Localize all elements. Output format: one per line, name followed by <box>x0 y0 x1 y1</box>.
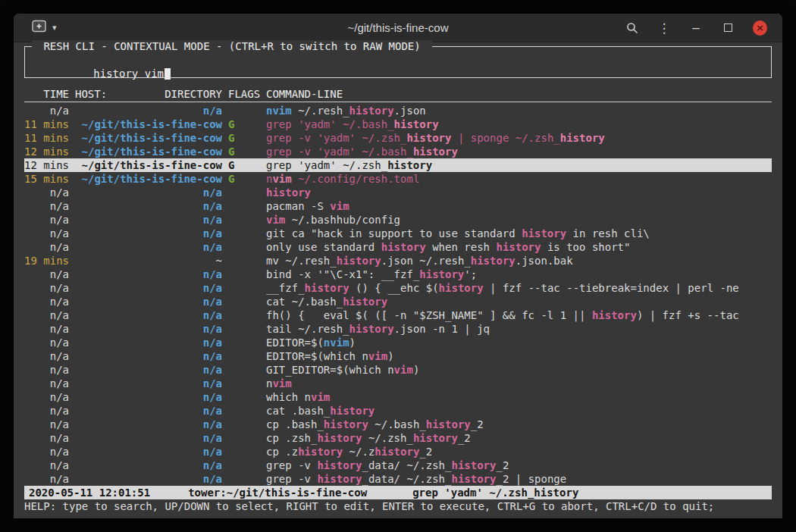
row-directory: n/a <box>75 377 222 390</box>
status-command: grep 'yadm' ~/.zsh_history <box>412 486 578 499</box>
history-row[interactable]: n/an/awhich nvim <box>24 390 772 404</box>
titlebar-right-group: ⋮ – × <box>625 20 782 36</box>
titlebar[interactable]: ▾ ~/git/this-is-fine-cow ⋮ – × <box>14 14 782 42</box>
row-time: n/a <box>24 104 69 117</box>
row-command: grep 'yadm' ~/.zsh_history <box>266 158 772 172</box>
row-directory: n/a <box>75 363 222 377</box>
minimize-button[interactable]: – <box>689 20 703 36</box>
history-row[interactable]: n/an/abind -x '"\C-x1": __fzf_history'; <box>24 268 772 281</box>
history-row[interactable]: n/an/agrep -v history_data/ ~/.zsh_histo… <box>24 472 772 486</box>
history-row[interactable]: n/an/acat ~/.bash_history <box>24 295 772 308</box>
search-icon[interactable] <box>625 20 639 36</box>
history-row[interactable]: 12 mins~/git/this-is-fine-cowGgrep 'yadm… <box>24 158 772 172</box>
row-flags <box>228 349 260 363</box>
row-flags <box>228 227 260 240</box>
new-tab-icon[interactable] <box>32 20 47 36</box>
row-directory: ~/git/this-is-fine-cow <box>75 131 222 145</box>
row-time: n/a <box>24 336 69 349</box>
row-directory: n/a <box>75 199 222 213</box>
row-flags <box>228 458 260 472</box>
row-time: n/a <box>24 199 69 213</box>
row-time: n/a <box>24 227 69 240</box>
history-row[interactable]: n/an/avim ~/.bashhub/config <box>24 213 772 227</box>
row-directory: n/a <box>75 336 222 349</box>
row-command: mv ~/.resh_history.json ~/.resh_history.… <box>266 254 772 268</box>
history-row[interactable]: n/an/aEDITOR=$(which nvim) <box>24 349 772 363</box>
history-row[interactable]: n/an/acp .bash_history ~/.bash_history_2 <box>24 418 772 431</box>
restore-icon <box>724 23 732 32</box>
row-directory: n/a <box>75 240 222 254</box>
desktop: ▾ ~/git/this-is-fine-cow ⋮ – × RESH CLI … <box>0 0 796 532</box>
history-row[interactable]: n/an/a__fzf_history () { __ehc $(history… <box>24 281 772 295</box>
history-row[interactable]: 11 mins~/git/this-is-fine-cowGgrep 'yadm… <box>24 117 772 131</box>
row-command: only use standard history when resh hist… <box>266 240 772 254</box>
history-row[interactable]: n/an/acp .zhistory ~/.zhistory_2 <box>24 445 772 458</box>
row-flags <box>228 418 260 431</box>
row-directory: n/a <box>75 431 222 445</box>
menu-kebab-icon[interactable]: ⋮ <box>657 20 671 36</box>
row-time: 12 mins <box>24 158 69 172</box>
row-command: git ca "hack in support to use standard … <box>266 227 772 240</box>
history-row[interactable]: n/an/acp .zsh_history ~/.zsh_history_2 <box>24 431 772 445</box>
row-time: n/a <box>24 240 69 254</box>
row-time: n/a <box>24 213 69 227</box>
row-command: nvim ~/.config/resh.toml <box>266 172 772 186</box>
row-flags <box>228 199 260 213</box>
row-directory: n/a <box>75 308 222 322</box>
row-command: which nvim <box>266 390 772 404</box>
row-time: n/a <box>24 322 69 336</box>
row-command: GIT_EDITOR=$(which nvim) <box>266 363 772 377</box>
history-row[interactable]: n/an/agit ca "hack in support to use sta… <box>24 227 772 240</box>
row-time: n/a <box>24 186 69 199</box>
close-button[interactable]: × <box>753 20 767 36</box>
row-command: history <box>266 186 772 199</box>
row-time: n/a <box>24 431 69 445</box>
row-command: cat .bash_history <box>266 404 772 418</box>
history-row[interactable]: n/an/aGIT_EDITOR=$(which nvim) <box>24 363 772 377</box>
row-flags <box>228 295 260 308</box>
row-directory: n/a <box>75 322 222 336</box>
history-rows: n/an/anvim ~/.resh_history.json11 mins~/… <box>24 104 772 486</box>
row-time: n/a <box>24 363 69 377</box>
history-row[interactable]: 19 mins~mv ~/.resh_history.json ~/.resh_… <box>24 254 772 268</box>
restore-button[interactable] <box>721 20 735 36</box>
row-directory: n/a <box>75 349 222 363</box>
row-directory: ~ <box>75 254 222 268</box>
row-command: grep -v 'yadm' ~/.bash_history <box>266 145 772 158</box>
row-directory: n/a <box>75 268 222 281</box>
search-input[interactable]: history vim <box>25 47 771 92</box>
history-row[interactable]: 11 mins~/git/this-is-fine-cowGgrep -v 'y… <box>24 131 772 145</box>
row-directory: ~/git/this-is-fine-cow <box>75 117 222 131</box>
search-query-text: history vim <box>93 67 164 80</box>
history-row[interactable]: n/an/agrep -v history_data/ ~/.zsh_histo… <box>24 458 772 472</box>
row-directory: n/a <box>75 390 222 404</box>
history-row[interactable]: 15 mins~/git/this-is-fine-cowGnvim ~/.co… <box>24 172 772 186</box>
dropdown-chevron-icon[interactable]: ▾ <box>52 23 57 33</box>
row-time: n/a <box>24 458 69 472</box>
row-command: cat ~/.bash_history <box>266 295 772 308</box>
history-row[interactable]: n/an/anvim ~/.resh_history.json <box>24 104 772 117</box>
status-bar: 2020-05-11 12:01:51 tower:~/git/this-is-… <box>24 486 772 499</box>
status-location: tower:~/git/this-is-fine-cow <box>188 486 367 499</box>
row-directory: n/a <box>75 418 222 431</box>
history-row[interactable]: n/an/aEDITOR=$(nvim) <box>24 336 772 349</box>
history-row[interactable]: n/an/acat .bash_history <box>24 404 772 418</box>
history-row[interactable]: n/an/ahistory <box>24 186 772 199</box>
row-flags <box>228 186 260 199</box>
row-flags <box>228 213 260 227</box>
history-row[interactable]: n/an/atail ~/.resh_history.json -n 1 | j… <box>24 322 772 336</box>
row-directory: n/a <box>75 213 222 227</box>
row-time: n/a <box>24 418 69 431</box>
resh-mode-label: RESH CLI - CONTEXTUAL MODE - (CTRL+R to … <box>32 40 432 52</box>
row-flags <box>228 390 260 404</box>
row-directory: n/a <box>75 186 222 199</box>
history-row[interactable]: n/an/afh() { eval $( ([ -n "$ZSH_NAME" ]… <box>24 308 772 322</box>
history-row[interactable]: n/an/anvim <box>24 377 772 390</box>
row-directory: n/a <box>75 472 222 486</box>
status-timestamp: 2020-05-11 12:01:51 <box>29 486 150 499</box>
history-row[interactable]: n/an/aonly use standard history when res… <box>24 240 772 254</box>
history-row[interactable]: 12 mins~/git/this-is-fine-cowGgrep -v 'y… <box>24 145 772 158</box>
history-row[interactable]: n/an/apacman -S vim <box>24 199 772 213</box>
row-flags: G <box>228 117 260 131</box>
row-flags <box>228 445 260 458</box>
